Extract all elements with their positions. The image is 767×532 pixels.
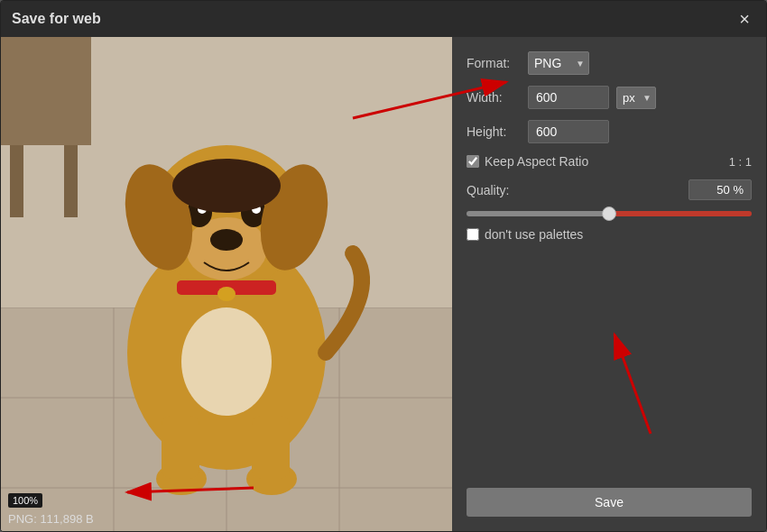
svg-rect-8 xyxy=(1,37,91,145)
height-row: Height: xyxy=(467,120,752,143)
file-info: PNG: 111,898 B xyxy=(8,512,94,526)
svg-point-28 xyxy=(217,287,236,301)
zoom-badge: 100% xyxy=(8,493,42,508)
dialog-title: Save for web xyxy=(12,11,101,27)
unit-select-wrapper: px % in cm ▼ xyxy=(616,87,656,109)
palettes-text: don't use palettes xyxy=(485,227,583,242)
quality-slider[interactable] xyxy=(467,211,752,216)
svg-rect-25 xyxy=(162,416,199,479)
palettes-checkbox[interactable] xyxy=(467,228,479,241)
dialog-body: 100% PNG: 111,898 B Format: PNG JPEG GIF… xyxy=(1,37,766,531)
palettes-row: don't use palettes xyxy=(467,227,752,242)
preview-image xyxy=(1,37,452,531)
dialog-header: Save for web × xyxy=(1,1,766,37)
close-button[interactable]: × xyxy=(734,8,755,30)
svg-point-14 xyxy=(210,229,243,251)
svg-point-21 xyxy=(172,159,281,213)
svg-rect-26 xyxy=(252,416,290,479)
format-select[interactable]: PNG JPEG GIF WebP xyxy=(528,51,589,75)
svg-rect-10 xyxy=(64,145,78,217)
preview-area: 100% PNG: 111,898 B xyxy=(1,37,452,531)
palettes-label[interactable]: don't use palettes xyxy=(467,227,583,242)
quality-row: Quality: 50 % xyxy=(467,179,752,200)
controls-panel: Format: PNG JPEG GIF WebP ▼ Width: xyxy=(452,37,766,531)
width-row: Width: px % in cm ▼ xyxy=(467,86,752,109)
quality-value: 50 % xyxy=(688,179,752,200)
height-input[interactable] xyxy=(528,120,609,143)
aspect-ratio-row: Keep Aspect Ratio 1 : 1 xyxy=(467,154,752,169)
format-select-wrapper: PNG JPEG GIF WebP ▼ xyxy=(528,51,589,75)
save-for-web-dialog: Save for web × xyxy=(0,0,767,532)
unit-select[interactable]: px % in cm xyxy=(616,87,656,109)
svg-point-22 xyxy=(181,307,272,416)
svg-rect-9 xyxy=(10,145,23,217)
aspect-ratio-label[interactable]: Keep Aspect Ratio xyxy=(467,154,588,169)
save-button[interactable]: Save xyxy=(467,488,752,517)
format-row: Format: PNG JPEG GIF WebP ▼ xyxy=(467,51,752,75)
width-input[interactable] xyxy=(528,86,609,109)
quality-label: Quality: xyxy=(467,183,509,197)
quality-slider-row xyxy=(467,211,752,216)
aspect-ratio-value: 1 : 1 xyxy=(729,155,752,169)
width-label: Width: xyxy=(467,90,521,105)
aspect-ratio-checkbox[interactable] xyxy=(467,155,479,168)
format-label: Format: xyxy=(467,56,521,70)
height-label: Height: xyxy=(467,124,521,139)
aspect-ratio-text: Keep Aspect Ratio xyxy=(485,154,588,169)
